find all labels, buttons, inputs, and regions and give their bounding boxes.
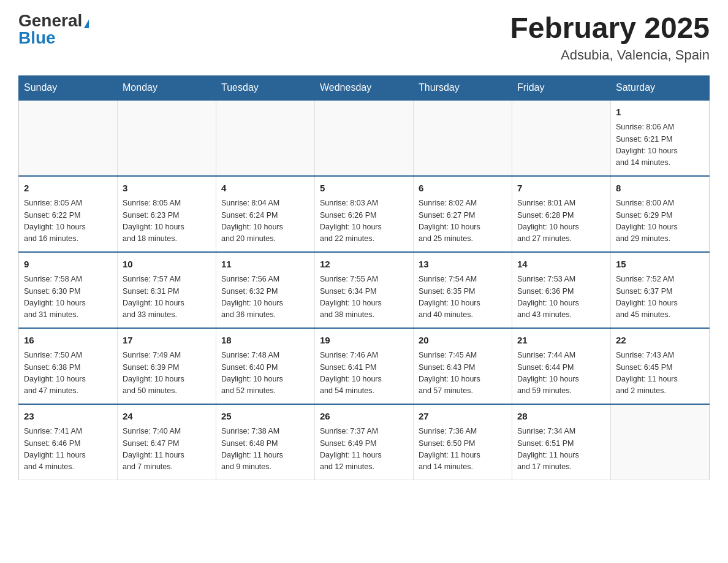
day-number: 4	[221, 182, 309, 196]
day-number: 15	[616, 258, 704, 272]
day-info: Sunrise: 7:41 AMSunset: 6:46 PMDaylight:…	[24, 426, 112, 473]
logo: General Blue	[18, 12, 89, 47]
calendar-cell	[19, 100, 118, 176]
day-number: 2	[24, 182, 112, 196]
day-info: Sunrise: 7:37 AMSunset: 6:49 PMDaylight:…	[320, 426, 408, 473]
calendar-cell: 16Sunrise: 7:50 AMSunset: 6:38 PMDayligh…	[19, 328, 118, 404]
day-number: 7	[517, 182, 605, 196]
calendar-header-saturday: Saturday	[611, 75, 710, 100]
day-number: 28	[517, 410, 605, 424]
day-number: 26	[320, 410, 408, 424]
calendar-cell: 18Sunrise: 7:48 AMSunset: 6:40 PMDayligh…	[216, 328, 315, 404]
calendar-cell: 15Sunrise: 7:52 AMSunset: 6:37 PMDayligh…	[611, 252, 710, 328]
calendar-cell	[611, 404, 710, 480]
day-number: 23	[24, 410, 112, 424]
day-info: Sunrise: 7:48 AMSunset: 6:40 PMDaylight:…	[221, 350, 309, 397]
calendar-cell: 20Sunrise: 7:45 AMSunset: 6:43 PMDayligh…	[414, 328, 512, 404]
calendar-cell: 8Sunrise: 8:00 AMSunset: 6:29 PMDaylight…	[611, 176, 710, 252]
day-number: 18	[221, 334, 309, 348]
calendar-cell	[315, 100, 414, 176]
calendar-cell: 5Sunrise: 8:03 AMSunset: 6:26 PMDaylight…	[315, 176, 414, 252]
day-info: Sunrise: 8:05 AMSunset: 6:23 PMDaylight:…	[123, 197, 211, 245]
day-info: Sunrise: 7:54 AMSunset: 6:35 PMDaylight:…	[419, 274, 507, 321]
day-info: Sunrise: 7:38 AMSunset: 6:48 PMDaylight:…	[221, 426, 309, 473]
calendar-cell: 22Sunrise: 7:43 AMSunset: 6:45 PMDayligh…	[611, 328, 710, 404]
calendar-cell: 26Sunrise: 7:37 AMSunset: 6:49 PMDayligh…	[315, 404, 414, 480]
calendar-header-friday: Friday	[512, 75, 611, 100]
calendar-header-thursday: Thursday	[414, 75, 512, 100]
day-info: Sunrise: 8:05 AMSunset: 6:22 PMDaylight:…	[24, 197, 112, 245]
day-number: 21	[517, 334, 605, 348]
calendar-header-tuesday: Tuesday	[216, 75, 315, 100]
day-number: 8	[616, 182, 704, 196]
day-info: Sunrise: 7:46 AMSunset: 6:41 PMDaylight:…	[320, 350, 408, 397]
day-number: 17	[123, 334, 211, 348]
calendar-cell: 21Sunrise: 7:44 AMSunset: 6:44 PMDayligh…	[512, 328, 611, 404]
day-info: Sunrise: 7:34 AMSunset: 6:51 PMDaylight:…	[517, 426, 605, 473]
day-info: Sunrise: 7:52 AMSunset: 6:37 PMDaylight:…	[616, 274, 704, 321]
calendar-cell	[512, 100, 611, 176]
calendar-cell: 24Sunrise: 7:40 AMSunset: 6:47 PMDayligh…	[118, 404, 216, 480]
calendar-header-wednesday: Wednesday	[315, 75, 414, 100]
calendar-cell: 9Sunrise: 7:58 AMSunset: 6:30 PMDaylight…	[19, 252, 118, 328]
calendar-cell: 23Sunrise: 7:41 AMSunset: 6:46 PMDayligh…	[19, 404, 118, 480]
title-area: February 2025 Adsubia, Valencia, Spain	[510, 12, 710, 63]
day-info: Sunrise: 8:00 AMSunset: 6:29 PMDaylight:…	[616, 197, 704, 245]
calendar-cell: 11Sunrise: 7:56 AMSunset: 6:32 PMDayligh…	[216, 252, 315, 328]
calendar-header-row: SundayMondayTuesdayWednesdayThursdayFrid…	[19, 75, 710, 100]
calendar-cell: 1Sunrise: 8:06 AMSunset: 6:21 PMDaylight…	[611, 100, 710, 176]
day-number: 5	[320, 182, 408, 196]
page-header: General Blue February 2025 Adsubia, Vale…	[18, 12, 710, 63]
day-number: 24	[123, 410, 211, 424]
day-number: 27	[419, 410, 507, 424]
calendar-week-4: 16Sunrise: 7:50 AMSunset: 6:38 PMDayligh…	[19, 328, 710, 404]
day-number: 13	[419, 258, 507, 272]
day-info: Sunrise: 7:40 AMSunset: 6:47 PMDaylight:…	[123, 426, 211, 473]
day-info: Sunrise: 7:57 AMSunset: 6:31 PMDaylight:…	[123, 274, 211, 321]
day-number: 22	[616, 334, 704, 348]
day-info: Sunrise: 7:53 AMSunset: 6:36 PMDaylight:…	[517, 274, 605, 321]
calendar-cell: 13Sunrise: 7:54 AMSunset: 6:35 PMDayligh…	[414, 252, 512, 328]
calendar-cell	[414, 100, 512, 176]
calendar-cell: 3Sunrise: 8:05 AMSunset: 6:23 PMDaylight…	[118, 176, 216, 252]
calendar-cell: 25Sunrise: 7:38 AMSunset: 6:48 PMDayligh…	[216, 404, 315, 480]
calendar-cell: 10Sunrise: 7:57 AMSunset: 6:31 PMDayligh…	[118, 252, 216, 328]
day-info: Sunrise: 7:50 AMSunset: 6:38 PMDaylight:…	[24, 350, 112, 397]
calendar-cell: 28Sunrise: 7:34 AMSunset: 6:51 PMDayligh…	[512, 404, 611, 480]
day-info: Sunrise: 7:58 AMSunset: 6:30 PMDaylight:…	[24, 274, 112, 321]
calendar-header-monday: Monday	[118, 75, 216, 100]
day-info: Sunrise: 7:43 AMSunset: 6:45 PMDaylight:…	[616, 350, 704, 397]
calendar-cell: 4Sunrise: 8:04 AMSunset: 6:24 PMDaylight…	[216, 176, 315, 252]
day-number: 12	[320, 258, 408, 272]
day-info: Sunrise: 7:56 AMSunset: 6:32 PMDaylight:…	[221, 274, 309, 321]
day-number: 25	[221, 410, 309, 424]
logo-blue: Blue	[18, 29, 56, 47]
month-title: February 2025	[510, 12, 710, 45]
calendar-cell: 6Sunrise: 8:02 AMSunset: 6:27 PMDaylight…	[414, 176, 512, 252]
calendar-cell: 14Sunrise: 7:53 AMSunset: 6:36 PMDayligh…	[512, 252, 611, 328]
day-info: Sunrise: 7:36 AMSunset: 6:50 PMDaylight:…	[419, 426, 507, 473]
day-info: Sunrise: 7:45 AMSunset: 6:43 PMDaylight:…	[419, 350, 507, 397]
calendar-week-5: 23Sunrise: 7:41 AMSunset: 6:46 PMDayligh…	[19, 404, 710, 480]
calendar-week-2: 2Sunrise: 8:05 AMSunset: 6:22 PMDaylight…	[19, 176, 710, 252]
day-info: Sunrise: 8:04 AMSunset: 6:24 PMDaylight:…	[221, 197, 309, 245]
calendar-header-sunday: Sunday	[19, 75, 118, 100]
calendar-table: SundayMondayTuesdayWednesdayThursdayFrid…	[18, 75, 710, 480]
calendar-week-1: 1Sunrise: 8:06 AMSunset: 6:21 PMDaylight…	[19, 100, 710, 176]
day-info: Sunrise: 8:02 AMSunset: 6:27 PMDaylight:…	[419, 197, 507, 245]
day-info: Sunrise: 7:55 AMSunset: 6:34 PMDaylight:…	[320, 274, 408, 321]
day-number: 14	[517, 258, 605, 272]
day-number: 9	[24, 258, 112, 272]
calendar-week-3: 9Sunrise: 7:58 AMSunset: 6:30 PMDaylight…	[19, 252, 710, 328]
logo-text: General	[18, 12, 89, 29]
logo-triangle-icon	[84, 20, 89, 28]
day-info: Sunrise: 8:01 AMSunset: 6:28 PMDaylight:…	[517, 197, 605, 245]
day-number: 3	[123, 182, 211, 196]
day-number: 19	[320, 334, 408, 348]
day-number: 20	[419, 334, 507, 348]
day-number: 1	[616, 105, 704, 120]
day-info: Sunrise: 7:49 AMSunset: 6:39 PMDaylight:…	[123, 350, 211, 397]
day-info: Sunrise: 7:44 AMSunset: 6:44 PMDaylight:…	[517, 350, 605, 397]
day-number: 11	[221, 258, 309, 272]
logo-general: General	[18, 11, 82, 30]
